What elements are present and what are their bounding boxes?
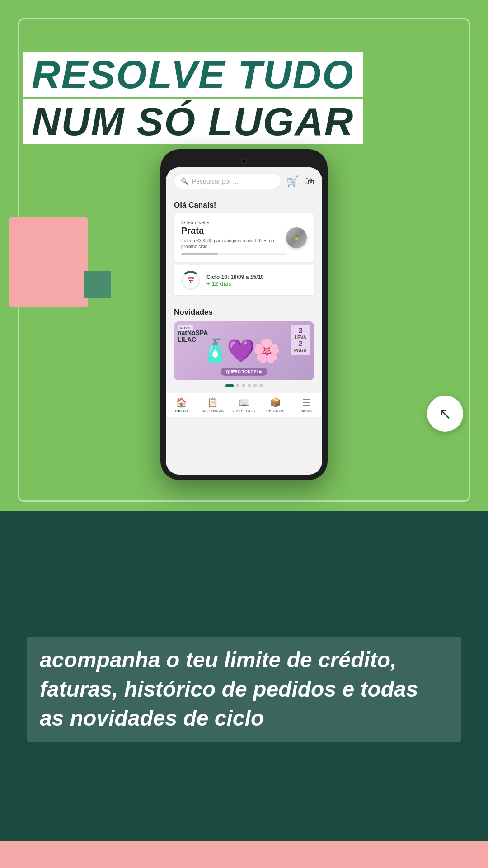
banner-product-images: 🧴💜🌸 — [201, 338, 278, 364]
cursor-button[interactable]: ↖ — [427, 396, 463, 432]
nav-icon-inicio: 🏠 — [176, 397, 187, 408]
nav-item-inicio[interactable]: 🏠 INÍCIO — [166, 397, 197, 415]
banner-paga-big: 2 — [298, 340, 302, 348]
dot-4[interactable] — [248, 384, 251, 387]
level-badge: 🏅 — [286, 227, 307, 248]
cycle-card[interactable]: 📅 Ciclo 10: 18/09 a 15/10 + 12 dias — [174, 265, 314, 295]
page-wrapper: RESOLVE TUDO NUM SÓ LUGAR 🔍 Pesquisar — [0, 0, 488, 868]
bottom-description-text: acompanha o teu limite de crédito, fatur… — [40, 646, 448, 733]
carousel-dots — [174, 384, 314, 387]
banner-leva-big: 3 — [298, 327, 302, 335]
nav-icon-pedidos: 📦 — [270, 397, 281, 408]
nav-item-pedidos[interactable]: 📦 PEDIDOS — [260, 397, 291, 415]
progress-bar-fill — [181, 253, 218, 255]
level-note: Faltam €300,00 para atingires o nível RU… — [181, 238, 286, 250]
headline-area: RESOLVE TUDO NUM SÓ LUGAR — [23, 52, 363, 144]
nav-item-catalogo[interactable]: 📖 CATÁLOGO — [228, 397, 259, 415]
progress-bar-wrap — [181, 253, 286, 255]
level-label: O teu nível é — [181, 220, 286, 225]
bottom-text-block: acompanha o teu limite de crédito, fatur… — [27, 637, 461, 742]
dot-3[interactable] — [242, 384, 245, 387]
cart-icon[interactable]: 🛍 — [304, 175, 314, 187]
app-search-bar: 🔍 Pesquisar por ... 🛒 🛍 — [166, 167, 322, 195]
headline-line1: RESOLVE TUDO — [23, 52, 363, 97]
nav-label-catalogo: CATÁLOGO — [233, 409, 256, 413]
dot-1[interactable] — [225, 384, 234, 387]
dot-6[interactable] — [259, 384, 263, 387]
banner-brand-line2: LILAC — [178, 336, 208, 343]
level-info: O teu nível é Prata Faltam €300,00 para … — [181, 220, 286, 255]
nav-icon-materiais: 📋 — [207, 397, 218, 408]
nav-item-materiais[interactable]: 📋 MATERIAIS — [197, 397, 228, 415]
deco-pink-rectangle — [9, 217, 88, 307]
nav-item-menu[interactable]: ☰ MENU — [291, 397, 322, 415]
cycle-calendar-icon: 📅 — [187, 277, 195, 284]
phone-mockup: 🔍 Pesquisar por ... 🛒 🛍 Olá Canais! — [160, 149, 328, 480]
nav-underline-inicio — [175, 415, 188, 415]
app-main: Olá Canais! O teu nível é Prata Faltam €… — [166, 195, 322, 417]
banner-leva-text: LEVA — [295, 335, 306, 340]
banner-brand-line1: natNоSPA — [178, 330, 208, 336]
search-icon: 🔍 — [181, 178, 188, 185]
level-name: Prata — [181, 225, 286, 236]
cycle-progress-circle: 📅 — [181, 271, 200, 290]
nav-icon-menu: ☰ — [302, 397, 310, 408]
product-banner[interactable]: NOVO natNоSPA LILAC 3 LEVA 2 PAGA — [174, 321, 314, 380]
top-section: RESOLVE TUDO NUM SÓ LUGAR 🔍 Pesquisar — [0, 0, 488, 511]
phone-outer: 🔍 Pesquisar por ... 🛒 🛍 Olá Canais! — [160, 149, 328, 480]
novidades-section: Novidades NOVO natNоSPA LILAC 3 — [166, 302, 322, 393]
banner-paga-text: PAGA — [294, 348, 307, 353]
headline-text2: NUM SÓ LUGAR — [32, 99, 354, 144]
nav-icon-catalogo: 📖 — [239, 397, 250, 408]
wishlist-icon[interactable]: 🛒 — [286, 175, 299, 187]
cursor-icon: ↖ — [439, 405, 451, 423]
cycle-info: Ciclo 10: 18/09 a 15/10 + 12 dias — [206, 274, 264, 287]
phone-camera-dot — [241, 158, 247, 164]
bottom-pink-bar — [0, 841, 488, 868]
banner-cta-button[interactable]: QUERO TODOS! ▶ — [221, 368, 267, 376]
banner-brand: natNоSPA LILAC — [178, 330, 208, 344]
dot-5[interactable] — [253, 384, 257, 387]
search-box[interactable]: 🔍 Pesquisar por ... — [174, 174, 281, 189]
nav-label-inicio: INÍCIO — [175, 409, 188, 413]
level-badge-icon: 🏅 — [294, 235, 299, 240]
headline-text1: RESOLVE TUDO — [32, 52, 354, 97]
nav-label-materiais: MATERIAIS — [202, 409, 224, 413]
phone-screen: 🔍 Pesquisar por ... 🛒 🛍 Olá Canais! — [166, 167, 322, 475]
search-placeholder-text: Pesquisar por ... — [192, 178, 238, 185]
dot-2[interactable] — [236, 384, 239, 387]
headline-line2: NUM SÓ LUGAR — [23, 99, 363, 144]
deco-green-square — [84, 271, 111, 298]
level-card[interactable]: O teu nível é Prata Faltam €300,00 para … — [174, 213, 314, 262]
novidades-title: Novidades — [174, 308, 314, 317]
bottom-section: acompanha o teu limite de crédito, fatur… — [0, 511, 488, 868]
cycle-days: + 12 dias — [206, 280, 264, 287]
phone-notch-bar — [166, 155, 322, 167]
nav-label-menu: MENU — [300, 409, 313, 413]
greeting-section: Olá Canais! O teu nível é Prata Faltam €… — [166, 195, 322, 302]
banner-leva-badge: 3 LEVA 2 PAGA — [291, 325, 310, 355]
greeting-text: Olá Canais! — [174, 201, 314, 210]
nav-label-pedidos: PEDIDOS — [266, 409, 285, 413]
cycle-date: Ciclo 10: 18/09 a 15/10 — [206, 274, 264, 280]
bottom-nav: 🏠 INÍCIO 📋 MATERIAIS 📖 CATÁLOGO — [166, 393, 322, 417]
